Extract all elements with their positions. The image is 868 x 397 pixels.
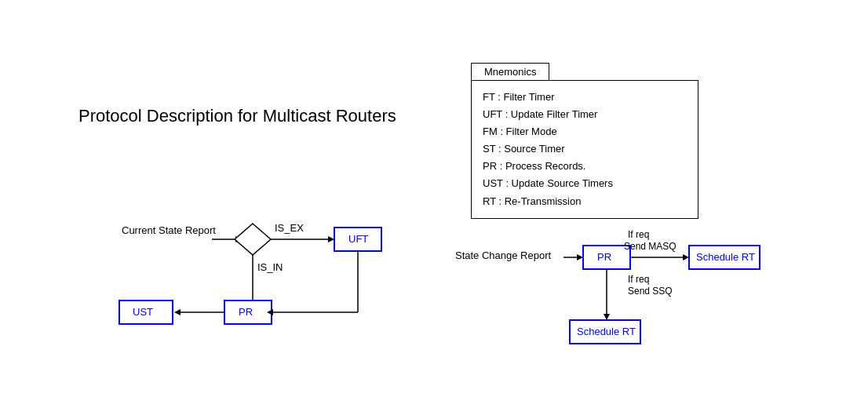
mnemonics-box: FT : Filter Timer UFT : Update Filter Ti… — [471, 80, 698, 219]
uft-box-label: UFT — [348, 233, 368, 245]
svg-marker-1 — [235, 236, 242, 242]
state-change-report-label: State Change Report — [455, 249, 552, 261]
diagrams-svg: Current State Report IS_EX UFT IS_IN PR — [0, 0, 868, 397]
mnemonic-rt: RT : Re-Transmission — [483, 193, 687, 210]
pr-right-label: PR — [597, 251, 611, 263]
page: Protocol Description for Multicast Route… — [0, 0, 868, 397]
svg-marker-16 — [577, 254, 583, 260]
if-req-masq-label1: If req — [628, 229, 649, 240]
ust-box-label: UST — [133, 306, 153, 318]
svg-marker-4 — [328, 236, 334, 242]
schedule-rt-bottom-label: Schedule RT — [577, 326, 636, 337]
mnemonic-fm: FM : Filter Mode — [483, 123, 687, 140]
svg-rect-17 — [583, 246, 630, 269]
is-ex-label: IS_EX — [275, 222, 304, 234]
svg-rect-8 — [224, 300, 272, 324]
mnemonic-pr: PR : Process Records. — [483, 158, 687, 175]
schedule-rt-top-label: Schedule RT — [696, 251, 755, 263]
if-req-ssq-label2: Send SSQ — [628, 286, 673, 297]
svg-marker-11 — [267, 309, 273, 315]
svg-rect-14 — [119, 300, 173, 324]
svg-marker-22 — [604, 314, 610, 320]
mnemonic-st: ST : Source Timer — [483, 140, 687, 158]
mnemonics-container: Mnemonics FT : Filter Timer UFT : Update… — [471, 63, 698, 219]
svg-marker-13 — [174, 309, 181, 315]
is-in-label: IS_IN — [257, 261, 283, 273]
current-state-report-label: Current State Report — [122, 224, 216, 236]
svg-marker-19 — [683, 254, 689, 260]
if-req-ssq-label1: If req — [628, 274, 649, 285]
svg-rect-5 — [334, 228, 381, 251]
svg-rect-23 — [570, 320, 640, 344]
mnemonic-ft: FT : Filter Timer — [483, 89, 687, 106]
mnemonic-uft: UFT : Update Filter Timer — [483, 106, 687, 123]
if-req-masq-label2: Send MASQ — [624, 241, 677, 252]
mnemonic-ust: UST : Update Source Timers — [483, 175, 687, 192]
svg-marker-2 — [235, 224, 271, 255]
pr-left-label: PR — [239, 306, 253, 318]
svg-rect-20 — [689, 246, 760, 269]
mnemonics-tab: Mnemonics — [471, 63, 549, 80]
page-title: Protocol Description for Multicast Route… — [78, 106, 396, 126]
svg-marker-7 — [250, 302, 256, 308]
